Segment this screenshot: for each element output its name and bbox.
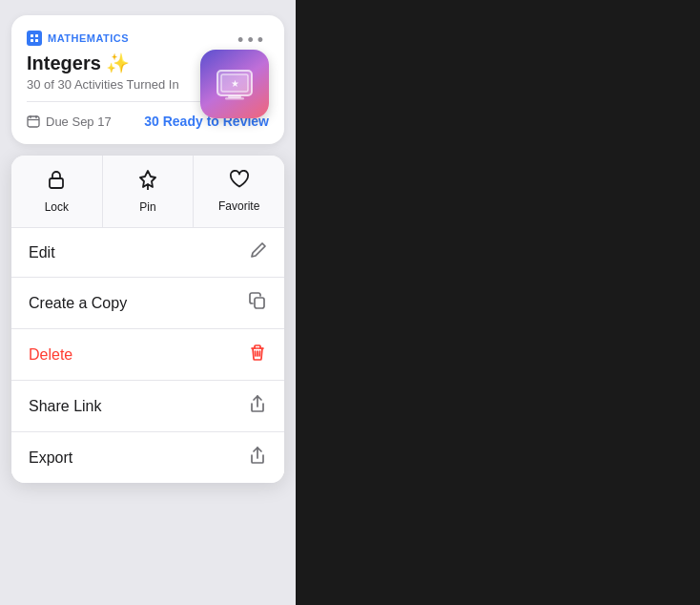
action-buttons-row: Lock Pin Favorite — [11, 156, 284, 228]
favorite-icon — [229, 170, 250, 194]
share-link-menu-item[interactable]: Share Link — [11, 381, 284, 432]
card-title-text: Integers ✨ — [27, 52, 130, 73]
export-icon — [248, 446, 267, 469]
app-icon-wrapper: ★ — [200, 50, 269, 118]
svg-rect-8 — [225, 97, 244, 100]
lock-icon — [47, 169, 66, 195]
context-menu: Lock Pin Favorite — [11, 156, 284, 483]
favorite-label: Favorite — [218, 199, 259, 213]
pin-button[interactable]: Pin — [103, 156, 195, 227]
subject-label: MATHEMATICS — [48, 32, 129, 44]
pin-label: Pin — [139, 200, 155, 214]
svg-rect-2 — [31, 39, 33, 42]
lock-label: Lock — [45, 200, 69, 214]
pin-icon — [138, 169, 157, 195]
svg-rect-13 — [50, 178, 63, 188]
create-copy-menu-item[interactable]: Create a Copy — [11, 278, 284, 329]
svg-rect-1 — [35, 34, 38, 37]
edit-label: Edit — [29, 244, 55, 261]
lock-button[interactable]: Lock — [11, 156, 103, 227]
share-link-label: Share Link — [29, 398, 102, 415]
copy-icon — [248, 291, 267, 315]
right-overlay — [296, 0, 700, 605]
svg-rect-3 — [35, 39, 38, 42]
left-panel: MATHEMATICS ••• Integers ✨ 30 of 30 Acti… — [0, 0, 296, 605]
favorite-button[interactable]: Favorite — [194, 156, 284, 227]
svg-rect-9 — [28, 116, 39, 127]
share-link-icon — [248, 394, 267, 418]
edit-icon — [250, 241, 267, 263]
trash-icon — [248, 343, 267, 366]
create-copy-label: Create a Copy — [29, 295, 127, 312]
svg-text:★: ★ — [231, 78, 239, 89]
calendar-icon — [27, 115, 40, 128]
delete-label: Delete — [29, 346, 72, 364]
export-label: Export — [29, 449, 72, 467]
due-date-text: Due Sep 17 — [46, 115, 112, 129]
due-date: Due Sep 17 — [27, 115, 112, 129]
subject-icon — [27, 31, 42, 46]
app-icon: ★ — [200, 50, 269, 118]
export-menu-item[interactable]: Export — [11, 432, 284, 483]
assignment-card: MATHEMATICS ••• Integers ✨ 30 of 30 Acti… — [11, 15, 284, 144]
svg-rect-0 — [31, 34, 33, 37]
delete-menu-item[interactable]: Delete — [11, 329, 284, 381]
svg-rect-15 — [255, 298, 264, 308]
edit-menu-item[interactable]: Edit — [11, 228, 284, 278]
